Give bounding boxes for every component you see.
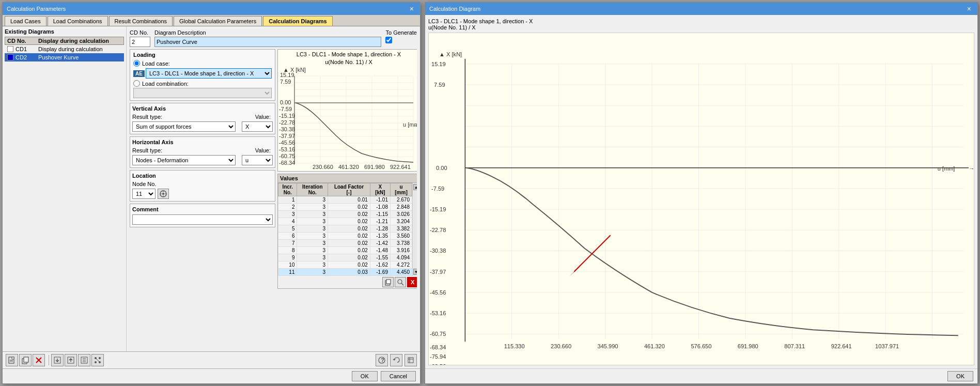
calc-diagram-close-button[interactable]: × [965,5,973,13]
vertical-result-type-select[interactable]: Sum of support forces [132,121,236,132]
svg-line-130 [574,251,595,271]
main-close-button[interactable]: × [408,5,416,13]
svg-text:922.641: 922.641 [390,164,411,169]
col-iter: IterationNo. [297,183,328,196]
diagram-row-cd2[interactable]: CD2 Pushover Kurve [5,53,124,61]
svg-rect-74 [408,358,413,363]
svg-text:-45.56: -45.56 [430,289,446,296]
toolbar-buttons [6,354,104,366]
table-row[interactable]: 430.02-1.213.204 [278,218,412,225]
col-incr: Incr.No. [278,183,297,196]
svg-text:-75.94: -75.94 [430,353,446,360]
calc-diagram-title: Calculation Diagram [429,6,480,12]
cd-no-group: CD No. [130,29,150,47]
svg-text:-45.56: -45.56 [279,140,295,146]
table-row[interactable]: 530.02-1.283.382 [278,225,412,233]
table-row[interactable]: 1230.03-1.754.628 [278,276,412,276]
tab-result-combinations[interactable]: Result Combinations [109,16,173,26]
mini-chart-svg: ▲ X [kN] u [mm] → [279,66,417,169]
help-icon: ? [378,356,386,364]
diagram-row-cd1[interactable]: CD1 Display during calculation [5,45,124,53]
load-case-radio[interactable] [133,60,140,67]
load-combo-label: Load combination: [142,81,189,87]
col-u: u[mm] [391,183,412,196]
main-area: Loading Load case: AE LC3 - DLC1 - Mode … [130,49,417,348]
table-row[interactable]: 1130.03-1.694.450 [278,269,412,276]
new-icon [8,356,16,364]
tab-calculation-diagrams[interactable]: Calculation Diagrams [263,16,332,26]
table-row[interactable]: 930.02-1.554.094 [278,254,412,261]
export3-icon [94,356,102,364]
settings-button[interactable] [405,354,417,366]
tab-load-combinations[interactable]: Load Combinations [48,16,108,26]
cd1-color-indicator [7,46,13,52]
chart-export-icon-btn[interactable]: X [407,277,417,287]
tab-global-calc-params[interactable]: Global Calculation Parameters [174,16,262,26]
new-diagram-button[interactable] [6,354,18,366]
export2-button[interactable] [78,354,90,366]
export1-button[interactable] [65,354,77,366]
mini-chart-title: LC3 - DLC1 - Mode shape 1, direction - X… [279,51,417,66]
undo-button[interactable] [390,354,402,366]
main-cancel-button[interactable]: Cancel [381,371,416,381]
export-icon: X [409,279,416,286]
svg-text:-30.38: -30.38 [279,126,295,132]
diagram-ok-button[interactable]: OK [947,371,973,381]
table-row[interactable]: 630.02-1.353.560 [278,233,412,240]
chart-copy-icon-btn[interactable] [382,277,394,287]
svg-point-48 [398,280,402,284]
diagram-desc-input[interactable] [154,37,381,47]
undo-icon [392,356,400,364]
table-row[interactable]: 1030.02-1.624.272 [278,261,412,269]
svg-text:-7.59: -7.59 [279,106,292,112]
values-scrollbar[interactable]: ▲ ▼ [412,183,417,276]
node-no-select[interactable]: 11 [132,189,155,199]
svg-text:7.59: 7.59 [280,79,291,85]
existing-diagrams-title: Existing Diagrams [5,28,124,35]
table-row[interactable]: 330.02-1.153.026 [278,211,412,218]
delete-diagram-button[interactable] [33,354,45,366]
to-generate-checkbox[interactable] [385,37,392,43]
export3-button[interactable] [91,354,104,366]
table-row[interactable]: 730.02-1.423.738 [278,240,412,247]
copy-icon [384,279,392,286]
help-button[interactable]: ? [376,354,388,366]
svg-text:-60.75: -60.75 [279,153,295,159]
svg-text:576.650: 576.650 [691,343,711,349]
main-dialog-title: Calculation Parameters [7,6,66,12]
comment-input[interactable] [132,214,273,225]
main-ok-button[interactable]: OK [352,371,378,381]
tab-load-cases[interactable]: Load Cases [5,16,46,26]
svg-text:-37.97: -37.97 [430,269,446,275]
load-combo-radio[interactable] [133,80,140,87]
svg-text:230.660: 230.660 [551,343,571,349]
svg-text:0.00: 0.00 [280,99,291,105]
table-row[interactable]: 230.02-1.082.848 [278,204,412,211]
chart-search-icon-btn[interactable] [395,277,406,287]
horizontal-result-type-label: Result type: [132,147,168,153]
target-icon [160,190,167,197]
values-table-wrapper: Incr.No. IterationNo. Load Factor[-] X[k… [278,183,412,276]
table-row[interactable]: 830.02-1.483.916 [278,247,412,254]
diagrams-list-header: CD No. Display during calculation [5,37,124,45]
values-section: Values Incr.No. IterationNo. [277,174,417,289]
target-node-button[interactable] [158,189,169,199]
horizontal-result-type-select[interactable]: Nodes - Deformation [132,155,236,165]
svg-text:345.990: 345.990 [598,343,618,349]
svg-text:-22.78: -22.78 [279,119,295,126]
horizontal-axis-title: Horizontal Axis [132,139,273,145]
svg-rect-56 [24,357,28,362]
import-button[interactable] [51,354,64,366]
copy-diagram-button[interactable] [19,354,32,366]
export1-icon [67,356,75,364]
svg-text:X: X [411,279,415,285]
horizontal-value-select[interactable]: u [242,155,273,165]
load-case-label: Load case: [142,60,170,67]
values-scroll-area[interactable]: Incr.No. IterationNo. Load Factor[-] X[k… [278,183,412,276]
horizontal-value-label: Value: [255,147,271,153]
cd-no-input[interactable] [130,37,150,47]
search-icon [397,279,404,286]
load-case-select[interactable]: LC3 - DLC1 - Mode shape 1, direction - X [146,68,272,79]
vertical-value-select[interactable]: X [242,121,273,132]
table-row[interactable]: 130.01-1.012.670 [278,196,412,204]
